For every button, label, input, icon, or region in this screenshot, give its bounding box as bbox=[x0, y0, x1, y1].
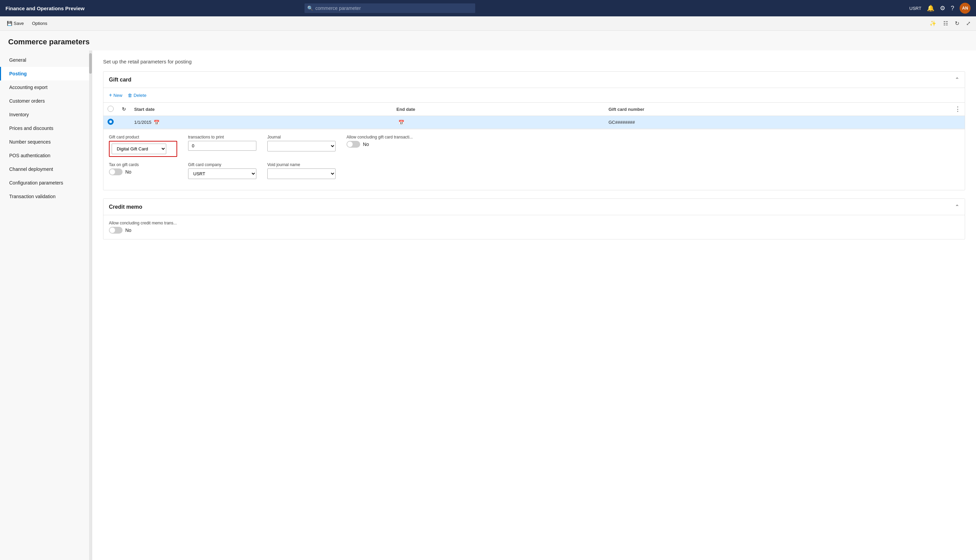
avatar[interactable]: AN bbox=[959, 3, 971, 13]
allow-concluding-credit-label: Allow concluding credit memo trans... bbox=[109, 221, 959, 225]
gift-card-title: Gift card bbox=[109, 77, 132, 83]
top-navigation: Finance and Operations Preview 🔍 USRT 🔔 … bbox=[0, 0, 976, 17]
col-start-date-header: Start date bbox=[130, 103, 392, 116]
settings-icon[interactable]: ⚙ bbox=[940, 5, 945, 12]
gift-card-section: Gift card ⌃ + New 🗑 Delete bbox=[103, 71, 965, 190]
sidebar: General Posting Accounting export Custom… bbox=[0, 50, 92, 560]
sidebar-item-inventory[interactable]: Inventory bbox=[0, 108, 92, 122]
journal-label: Journal bbox=[267, 135, 336, 140]
form-row-2: Tax on gift cards No Gift card company U… bbox=[109, 162, 959, 179]
save-button[interactable]: 💾 Save bbox=[4, 20, 27, 27]
credit-memo-form: Allow concluding credit memo trans... No bbox=[104, 215, 965, 239]
toolbar: 💾 Save Options ✨ ☷ ↻ ⤢ bbox=[0, 17, 976, 31]
row-gift-card-number-cell: GC######## bbox=[604, 116, 950, 129]
section-description: Set up the retail parameters for posting bbox=[103, 59, 965, 65]
nav-right: USRT 🔔 ⚙ ? AN bbox=[909, 3, 971, 13]
new-button[interactable]: + New bbox=[109, 91, 122, 100]
credit-memo-title-bar: Credit memo ⌃ bbox=[104, 199, 965, 215]
sidebar-item-posting[interactable]: Posting bbox=[0, 67, 92, 80]
search-input[interactable] bbox=[304, 3, 475, 13]
search-icon: 🔍 bbox=[307, 5, 313, 11]
credit-memo-title: Credit memo bbox=[109, 204, 142, 210]
allow-concluding-field: Allow concluding gift card transacti... … bbox=[346, 135, 415, 157]
credit-memo-collapse-button[interactable]: ⌃ bbox=[955, 203, 959, 210]
table-row[interactable]: 1/1/2015 📅 📅 GC# bbox=[104, 116, 965, 129]
gift-card-collapse-button[interactable]: ⌃ bbox=[955, 77, 959, 83]
gift-card-title-bar: Gift card ⌃ bbox=[104, 72, 965, 88]
refresh-col-icon: ↻ bbox=[122, 107, 126, 112]
tax-toggle-text: No bbox=[125, 169, 132, 175]
col-selector-header bbox=[104, 103, 118, 116]
save-icon: 💾 bbox=[7, 21, 12, 26]
sidebar-item-pos-authentication[interactable]: POS authentication bbox=[0, 149, 92, 162]
void-journal-select[interactable] bbox=[267, 168, 336, 179]
delete-button[interactable]: 🗑 Delete bbox=[128, 91, 147, 100]
expand-icon[interactable]: ⤢ bbox=[965, 19, 972, 28]
credit-toggle-text: No bbox=[125, 227, 132, 233]
plus-icon: + bbox=[109, 92, 112, 98]
gift-card-table: ↻ Start date End date Gift card number bbox=[104, 103, 965, 129]
search-bar: 🔍 bbox=[304, 3, 475, 13]
gift-card-company-label: Gift card company bbox=[188, 162, 256, 167]
gift-card-product-select[interactable]: Digital Gift Card Physical Gift Card bbox=[112, 143, 166, 154]
row-selector-cell bbox=[104, 116, 118, 129]
sidebar-item-customer-orders[interactable]: Customer orders bbox=[0, 94, 92, 108]
notification-icon[interactable]: 🔔 bbox=[927, 5, 934, 12]
sidebar-item-general[interactable]: General bbox=[0, 53, 92, 67]
user-label: USRT bbox=[909, 6, 921, 11]
void-journal-label: Void journal name bbox=[267, 162, 336, 167]
start-date-value: 1/1/2015 bbox=[134, 120, 152, 125]
col-refresh-header: ↻ bbox=[118, 103, 130, 116]
page-container: Commerce parameters General Posting Acco… bbox=[0, 31, 976, 560]
gift-card-company-field: Gift card company USRT bbox=[188, 162, 256, 179]
sidebar-item-transaction-validation[interactable]: Transaction validation bbox=[0, 190, 92, 203]
credit-memo-section: Credit memo ⌃ Allow concluding credit me… bbox=[103, 198, 965, 239]
toolbar-right: ✨ ☷ ↻ ⤢ bbox=[928, 19, 972, 28]
allow-concluding-credit-field: Allow concluding credit memo trans... No bbox=[109, 221, 959, 233]
gift-card-company-select[interactable]: USRT bbox=[188, 168, 256, 179]
tax-on-gift-cards-label: Tax on gift cards bbox=[109, 162, 177, 167]
table-header-row: ↻ Start date End date Gift card number bbox=[104, 103, 965, 116]
start-date-calendar-icon[interactable]: 📅 bbox=[154, 120, 159, 125]
sidebar-scrollbar[interactable] bbox=[89, 50, 92, 560]
content-area: General Posting Accounting export Custom… bbox=[0, 50, 976, 560]
app-title: Finance and Operations Preview bbox=[5, 5, 85, 11]
row-start-date-cell: 1/1/2015 📅 bbox=[130, 116, 392, 129]
sidebar-item-number-sequences[interactable]: Number sequences bbox=[0, 135, 92, 149]
form-row-1: Gift card product Digital Gift Card Phys… bbox=[109, 135, 959, 157]
more-options-icon[interactable]: ⋮ bbox=[954, 106, 961, 113]
allow-concluding-text: No bbox=[363, 142, 369, 147]
allow-concluding-toggle[interactable] bbox=[346, 141, 360, 148]
end-date-calendar-icon[interactable]: 📅 bbox=[398, 120, 404, 125]
col-more-header: ⋮ bbox=[950, 103, 965, 116]
journal-field: Journal bbox=[267, 135, 336, 157]
tax-toggle[interactable] bbox=[109, 168, 122, 175]
tax-on-gift-cards-field: Tax on gift cards No bbox=[109, 162, 177, 179]
delete-icon: 🗑 bbox=[128, 93, 132, 98]
journal-select[interactable] bbox=[267, 141, 336, 152]
transactions-to-print-label: transactions to print bbox=[188, 135, 256, 140]
void-journal-field: Void journal name bbox=[267, 162, 336, 179]
sidebar-item-prices-discounts[interactable]: Prices and discounts bbox=[0, 122, 92, 135]
transactions-to-print-input[interactable] bbox=[188, 141, 256, 151]
col-gift-card-number-header: Gift card number bbox=[604, 103, 950, 116]
row-more-cell bbox=[950, 116, 965, 129]
sparkle-icon[interactable]: ✨ bbox=[928, 19, 938, 28]
col-end-date-header: End date bbox=[392, 103, 604, 116]
sidebar-scrollbar-thumb bbox=[89, 53, 92, 74]
options-button[interactable]: Options bbox=[29, 20, 50, 27]
allow-concluding-label: Allow concluding gift card transacti... bbox=[346, 135, 415, 140]
help-icon[interactable]: ? bbox=[951, 5, 954, 12]
main-content: Set up the retail parameters for posting… bbox=[92, 50, 976, 560]
sidebar-item-channel-deployment[interactable]: Channel deployment bbox=[0, 162, 92, 176]
sidebar-item-accounting-export[interactable]: Accounting export bbox=[0, 80, 92, 94]
row-radio[interactable] bbox=[107, 119, 114, 125]
credit-toggle[interactable] bbox=[109, 227, 122, 233]
gift-card-product-field: Gift card product Digital Gift Card Phys… bbox=[109, 135, 177, 157]
view-icon[interactable]: ☷ bbox=[942, 19, 949, 28]
header-selector[interactable] bbox=[107, 106, 114, 112]
tax-toggle-row: No bbox=[109, 168, 177, 175]
sidebar-item-configuration-parameters[interactable]: Configuration parameters bbox=[0, 176, 92, 190]
refresh-icon[interactable]: ↻ bbox=[953, 19, 961, 28]
gift-card-product-label: Gift card product bbox=[109, 135, 177, 140]
